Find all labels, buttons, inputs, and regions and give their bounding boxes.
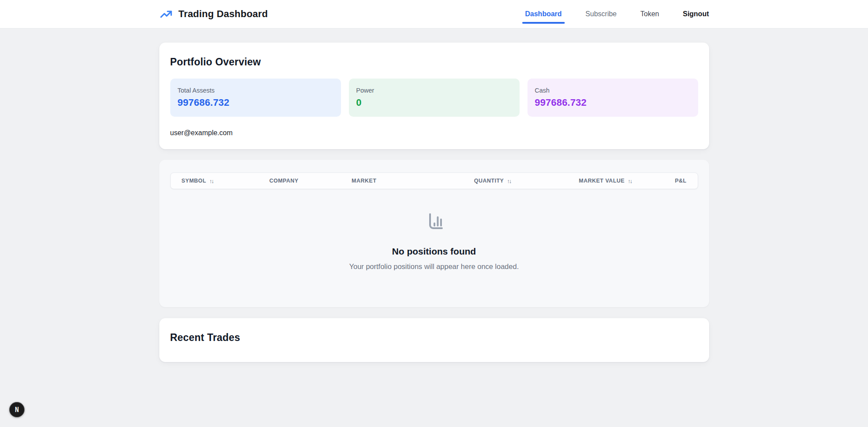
recent-trades-card: Recent Trades [159, 318, 709, 362]
portfolio-overview-title: Portfolio Overview [170, 56, 698, 68]
main-content: Portfolio Overview Total Assests 997686.… [159, 43, 709, 362]
nav-link-token[interactable]: Token [640, 10, 659, 18]
stats-row: Total Assests 997686.732 Power 0 Cash 99… [170, 79, 698, 117]
column-header-company: COMPANY [269, 178, 352, 184]
empty-state-subtitle: Your portfolio positions will appear her… [170, 262, 698, 271]
nav-link-signout[interactable]: Signout [683, 10, 709, 18]
recent-trades-title: Recent Trades [170, 332, 698, 344]
bar-chart-icon [423, 227, 445, 234]
stat-value: 997686.732 [535, 97, 691, 108]
portfolio-overview-card: Portfolio Overview Total Assests 997686.… [159, 43, 709, 149]
positions-section: SYMBOL ↑↓ COMPANY MARKET QUANTITY ↑↓ MAR… [159, 160, 709, 307]
column-label: SYMBOL [182, 178, 206, 184]
nav-link-dashboard[interactable]: Dashboard [525, 10, 562, 18]
nav-links: Dashboard Subscribe Token Signout [525, 10, 709, 18]
stat-value: 997686.732 [178, 97, 334, 108]
nav-link-subscribe[interactable]: Subscribe [585, 10, 617, 18]
column-header-market: MARKET [352, 178, 437, 184]
column-label: MARKET [352, 178, 376, 184]
dev-tools-badge[interactable]: N [9, 402, 25, 417]
navbar: Trading Dashboard Dashboard Subscribe To… [0, 0, 868, 29]
column-label: QUANTITY [474, 178, 504, 184]
dev-tools-badge-letter: N [15, 406, 19, 414]
trending-up-icon [159, 7, 173, 21]
user-email: user@example.com [170, 129, 698, 137]
brand: Trading Dashboard [159, 7, 268, 21]
column-header-symbol[interactable]: SYMBOL ↑↓ [182, 178, 269, 184]
column-label: COMPANY [269, 178, 298, 184]
column-label: P&L [675, 178, 687, 184]
column-header-pnl: P&L [631, 178, 686, 184]
app-title: Trading Dashboard [179, 8, 268, 20]
sort-icon: ↑↓ [507, 178, 511, 184]
sort-icon: ↑↓ [209, 178, 213, 184]
stat-card-cash: Cash 997686.732 [527, 79, 698, 117]
positions-table-header: SYMBOL ↑↓ COMPANY MARKET QUANTITY ↑↓ MAR… [170, 172, 698, 189]
stat-label: Cash [535, 87, 691, 94]
stat-card-total-assets: Total Assests 997686.732 [170, 79, 341, 117]
stat-label: Total Assests [178, 87, 334, 94]
sort-icon: ↑↓ [628, 178, 631, 184]
column-label: MARKET VALUE [579, 178, 624, 184]
empty-state: No positions found Your portfolio positi… [170, 189, 698, 271]
stat-card-power: Power 0 [349, 79, 520, 117]
column-header-market-value[interactable]: MARKET VALUE ↑↓ [511, 178, 631, 184]
column-header-quantity[interactable]: QUANTITY ↑↓ [437, 178, 511, 184]
empty-state-title: No positions found [170, 246, 698, 257]
stat-label: Power [356, 87, 512, 94]
stat-value: 0 [356, 97, 512, 108]
